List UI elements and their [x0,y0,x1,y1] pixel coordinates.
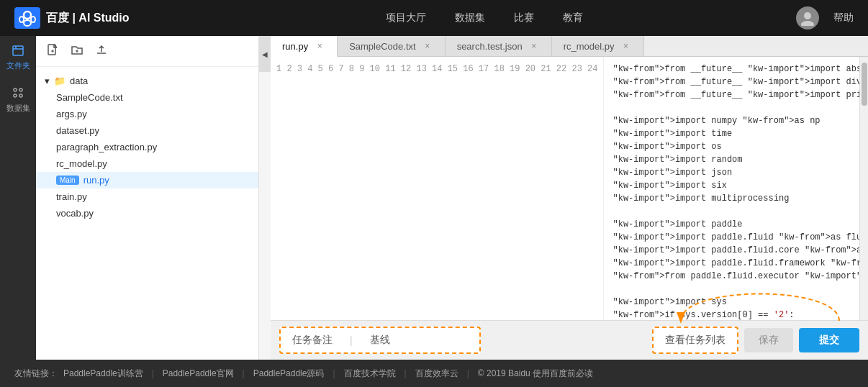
footer-link-0[interactable]: PaddlePaddle训练营 [63,368,143,380]
svg-point-8 [19,88,22,91]
tab-label: run.py [282,41,308,52]
folder-data[interactable]: ▾ 📁 data [36,73,258,89]
list-item[interactable]: SampleCode.txt [36,89,258,106]
list-item[interactable]: args.py [36,106,258,122]
list-item[interactable]: vocab.py [36,205,258,222]
footer: 友情链接： PaddlePaddle训练营 | PaddlePaddle官网 |… [0,360,868,387]
list-item[interactable]: rc_model.py [36,155,258,172]
editor-bottom-bar: 任务备注 | 基线 查看任务列表 保存 提交 [271,320,868,360]
logo-text: 百度 | AI Studio [46,11,130,26]
file-tree: ▾ 📁 data SampleCode.txt args.py dataset.… [36,36,259,360]
folder-icon: 📁 [54,76,65,86]
footer-prefix: 友情链接： [14,368,58,380]
editor-area: run.py × SampleCode.txt × search.test.js… [271,36,868,360]
close-icon[interactable]: × [314,40,325,52]
nav-right: 帮助 [796,6,854,29]
close-icon[interactable]: × [528,40,540,52]
svg-point-4 [804,12,811,19]
sidebar-item-files[interactable]: 文件夹 [6,43,30,71]
code-editor[interactable]: 1 2 3 4 5 6 7 8 9 10 11 12 13 14 15 16 1… [271,57,868,320]
baidu-icon [14,7,40,29]
sidebar-item-datasets[interactable]: 数据集 [6,86,30,114]
list-item-run-py[interactable]: Main run.py [36,172,258,188]
code-content[interactable]: "kw-from">from __future__ "kw-import">im… [604,57,859,320]
tab-label: rc_model.py [564,41,615,52]
tab-rc-model[interactable]: rc_model.py × [552,36,644,56]
svg-point-0 [24,12,31,19]
main-badge: Main [56,176,79,185]
chevron-down-icon: ▾ [45,76,50,86]
close-icon[interactable]: × [620,40,632,52]
list-item[interactable]: dataset.py [36,122,258,139]
footer-link-4[interactable]: 百度效率云 [415,368,458,380]
svg-point-5 [801,21,814,26]
svg-point-9 [14,94,17,97]
file-tree-toolbar [36,36,258,67]
bottom-right-actions: 查看任务列表 保存 提交 [652,327,859,354]
nav-competitions[interactable]: 比赛 [514,12,534,24]
baseline-label: 基线 [370,334,390,347]
collapse-panel-button[interactable]: ◀ [259,36,271,72]
tab-label: search.test.json [457,41,523,52]
save-button[interactable]: 保存 [744,328,793,352]
top-navigation: 百度 | AI Studio 项目大厅 数据集 比赛 教育 帮助 [0,0,868,36]
run-py-label: run.py [83,175,109,186]
new-folder-button[interactable] [69,42,85,60]
tab-search-test[interactable]: search.test.json × [446,36,552,56]
scrollbar-thumb[interactable] [862,63,867,106]
left-icon-bar: 文件夹 数据集 [0,36,36,360]
task-note-label: 任务备注 [292,334,333,347]
nav-education[interactable]: 教育 [563,12,583,24]
files-label: 文件夹 [6,60,30,71]
file-tree-content: ▾ 📁 data SampleCode.txt args.py dataset.… [36,67,258,360]
footer-link-3[interactable]: 百度技术学院 [344,368,396,380]
footer-link-2[interactable]: PaddlePaddle源码 [253,368,325,380]
datasets-label: 数据集 [6,103,30,114]
task-note-area: 任务备注 | 基线 [279,327,481,354]
footer-link-1[interactable]: PaddlePaddle官网 [163,368,234,380]
list-item[interactable]: train.py [36,188,258,205]
main-layout: 文件夹 数据集 [0,36,868,360]
nav-links: 项目大厅 数据集 比赛 教育 [173,12,796,24]
upload-button[interactable] [94,42,109,60]
tab-label: SampleCode.txt [349,41,416,52]
svg-point-1 [19,17,24,22]
svg-point-2 [31,17,35,22]
avatar[interactable] [796,6,819,29]
svg-point-3 [24,20,31,26]
list-item[interactable]: paragraph_extraction.py [36,139,258,155]
task-list-button[interactable]: 查看任务列表 [652,327,738,354]
svg-point-10 [19,94,22,97]
close-icon[interactable]: × [422,40,433,52]
line-numbers: 1 2 3 4 5 6 7 8 9 10 11 12 13 14 15 16 1… [271,57,604,320]
new-file-button[interactable] [45,42,60,60]
scrollbar[interactable] [859,57,868,320]
svg-point-7 [14,88,17,91]
submit-button[interactable]: 提交 [799,328,859,352]
tab-run-py[interactable]: run.py × [271,36,338,57]
tab-samplecode[interactable]: SampleCode.txt × [338,36,446,56]
footer-copyright: © 2019 Baidu 使用百度前必读 [478,368,593,380]
help-link[interactable]: 帮助 [833,12,854,24]
nav-projects[interactable]: 项目大厅 [386,12,426,24]
nav-datasets[interactable]: 数据集 [455,12,485,24]
svg-rect-6 [13,46,23,55]
logo: 百度 | AI Studio [14,7,130,29]
editor-tabs: run.py × SampleCode.txt × search.test.js… [271,36,868,57]
